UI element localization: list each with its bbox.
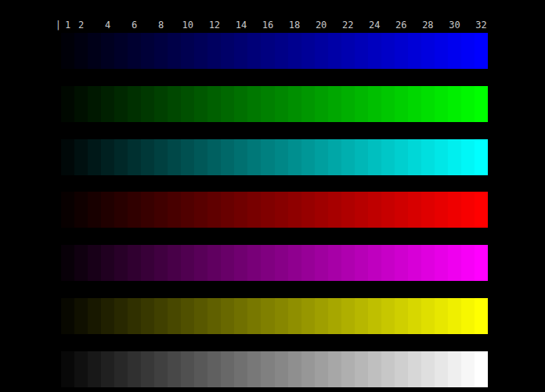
ramp-bar-cyan xyxy=(61,139,488,175)
ramp-cell xyxy=(288,245,301,281)
scale-tick-label: 32 xyxy=(475,20,486,31)
ramp-cell xyxy=(208,86,221,122)
ramp-cell xyxy=(395,86,408,122)
ramp-cell xyxy=(247,86,261,122)
ramp-cell xyxy=(461,245,475,281)
ramp-cell xyxy=(74,245,88,281)
ramp-cell xyxy=(328,33,341,69)
ramp-cell xyxy=(315,86,328,122)
ramp-cell xyxy=(301,139,315,175)
ramp-cell xyxy=(141,245,154,281)
ramp-bar-red xyxy=(61,192,488,228)
scale-tick-label: 30 xyxy=(449,20,460,31)
ramp-cell xyxy=(355,351,368,387)
ramp-cell xyxy=(461,298,475,334)
ramp-cell xyxy=(381,139,395,175)
ramp-cell xyxy=(194,139,208,175)
ramp-cell xyxy=(234,245,247,281)
ramp-cell xyxy=(168,192,181,228)
ramp-cell xyxy=(128,245,141,281)
ramp-cell xyxy=(368,33,381,69)
ramp-cell xyxy=(114,33,128,69)
ramp-cell xyxy=(74,192,88,228)
ramp-cell xyxy=(408,298,421,334)
ramp-cell xyxy=(341,351,355,387)
scale-tick-label: 20 xyxy=(316,20,327,31)
ramp-cell xyxy=(114,86,128,122)
ramp-cell xyxy=(154,139,168,175)
ramp-cell xyxy=(275,192,288,228)
ramp-cell xyxy=(61,298,74,334)
ramp-cell xyxy=(421,351,435,387)
ramp-cell xyxy=(208,139,221,175)
ramp-cell xyxy=(234,33,247,69)
ramp-cell xyxy=(341,245,355,281)
ramp-cell xyxy=(261,86,274,122)
scale-tick-label: 6 xyxy=(132,20,137,31)
ramp-cell xyxy=(475,192,488,228)
ramp-cell xyxy=(368,351,381,387)
ramp-cell xyxy=(275,86,288,122)
ramp-cell xyxy=(208,33,221,69)
ramp-cell xyxy=(128,351,141,387)
ramp-cell xyxy=(181,139,194,175)
ramp-cell xyxy=(247,139,261,175)
scale-tick-label: 16 xyxy=(262,20,273,31)
ramp-cell xyxy=(194,351,208,387)
ramp-cell xyxy=(61,86,74,122)
ramp-cell xyxy=(435,139,448,175)
ramp-cell xyxy=(88,192,101,228)
ramp-cell xyxy=(114,351,128,387)
ramp-cell xyxy=(128,86,141,122)
ramp-cell xyxy=(128,139,141,175)
scale-tick-label: 14 xyxy=(236,20,247,31)
color-gradient-test-pattern: |12468101214161820222426283032 xyxy=(0,0,545,392)
ramp-cell xyxy=(328,86,341,122)
ramp-cell xyxy=(301,86,315,122)
ramp-cell xyxy=(475,33,488,69)
ramp-cell xyxy=(368,245,381,281)
scale-tick-label: 28 xyxy=(422,20,433,31)
scale-tick-label: 1 xyxy=(65,20,70,31)
ramp-cell xyxy=(381,33,395,69)
ramp-cell xyxy=(61,192,74,228)
ramp-cell xyxy=(355,86,368,122)
ramp-cell xyxy=(421,86,435,122)
ramp-cell xyxy=(154,245,168,281)
ramp-cell xyxy=(181,192,194,228)
ramp-cell xyxy=(261,351,274,387)
ramp-cell xyxy=(208,298,221,334)
color-ramp-bars xyxy=(61,33,488,387)
ramp-cell xyxy=(408,86,421,122)
ramp-cell xyxy=(341,298,355,334)
ramp-cell xyxy=(141,192,154,228)
ramp-cell xyxy=(355,245,368,281)
ramp-cell xyxy=(288,192,301,228)
ramp-cell xyxy=(461,351,475,387)
ramp-cell xyxy=(168,351,181,387)
ramp-cell xyxy=(435,86,448,122)
ramp-cell xyxy=(355,298,368,334)
ramp-cell xyxy=(461,139,475,175)
ramp-cell xyxy=(328,351,341,387)
ramp-cell xyxy=(247,245,261,281)
ramp-cell xyxy=(101,351,114,387)
ramp-cell xyxy=(381,298,395,334)
ramp-cell xyxy=(114,298,128,334)
ramp-cell xyxy=(475,139,488,175)
ramp-cell xyxy=(315,351,328,387)
ramp-cell xyxy=(261,245,274,281)
ramp-cell xyxy=(61,245,74,281)
ramp-cell xyxy=(448,192,461,228)
ramp-cell xyxy=(154,33,168,69)
ramp-cell xyxy=(74,139,88,175)
ramp-cell xyxy=(381,351,395,387)
ramp-cell xyxy=(61,33,74,69)
ramp-cell xyxy=(475,245,488,281)
scale-tick-label: 4 xyxy=(105,20,110,31)
ramp-cell xyxy=(435,298,448,334)
ramp-cell xyxy=(181,298,194,334)
ramp-cell xyxy=(181,351,194,387)
ramp-cell xyxy=(101,86,114,122)
ramp-cell xyxy=(101,245,114,281)
